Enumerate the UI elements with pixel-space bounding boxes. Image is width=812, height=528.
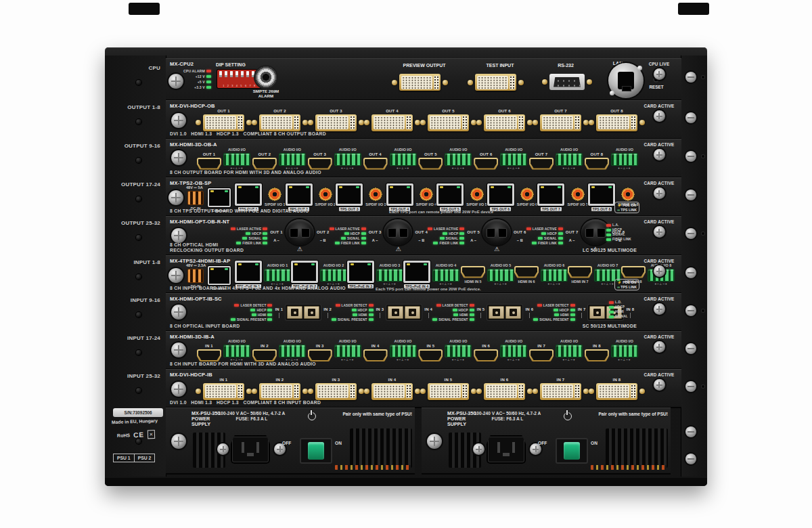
fiber-a-mark: A −: [569, 238, 575, 242]
card-active-label: CARD ACTIVE: [644, 334, 675, 339]
on-label: ON: [591, 441, 597, 445]
power-icon: [564, 412, 572, 420]
screw: [168, 268, 183, 283]
dvi-output-port: OUT 3: [308, 109, 364, 131]
led: [453, 309, 457, 311]
optical-input-group: LASER DETECT HDCP HDMI SIGNAL PRESENT IN…: [231, 298, 332, 328]
hexnut: [589, 120, 594, 125]
opticalcon-duo-connector: [286, 219, 314, 245]
audio-polarity-marks: +–⊥–+: [562, 359, 575, 361]
port-label: IN 1: [205, 344, 213, 348]
hdmi-output-port-group: OUT 6 AUDIO I/O+–⊥–+: [474, 148, 527, 170]
audio-phoenix-connector: [611, 345, 638, 357]
port-label: OUT 2: [273, 109, 286, 113]
audio-io-label: AUDIO I/O: [505, 148, 522, 152]
led: [459, 237, 464, 240]
led: [538, 237, 543, 240]
preview-output-label: PREVIEW OUTPUT: [389, 63, 459, 68]
port-label: IN 7: [537, 344, 545, 348]
screw: [685, 112, 696, 123]
audio-polarity-marks: +–⊥–+: [654, 283, 667, 286]
bracket-line: [428, 313, 429, 318]
hdmi-output-port-group: OUT 5 AUDIO I/O+–⊥–+: [418, 148, 472, 170]
dc-power-rating: 48V ⎓ 5A: [186, 185, 203, 190]
screw: [654, 379, 665, 391]
test-input-dvi-port: [468, 74, 524, 91]
led: [267, 309, 272, 311]
hexnut: [392, 80, 397, 85]
led: [336, 304, 340, 307]
screw: [136, 80, 141, 85]
optical-input-group: LASER DETECT HDCP HDMI SIGNAL PRESENT IN…: [432, 298, 533, 328]
power-switch[interactable]: [300, 438, 332, 464]
port-label: IN 5: [477, 307, 485, 311]
dvi-output-port: OUT 4: [364, 109, 420, 131]
hdmi-connector: [418, 158, 443, 170]
hdmi-connector: [252, 158, 277, 170]
hexnut: [589, 389, 594, 394]
audio-phoenix-connector: [334, 345, 361, 357]
screw: [171, 305, 186, 320]
led: [470, 313, 474, 316]
port-label: IN 4: [424, 307, 432, 311]
hdmi-input-port-group: IN 5 AUDIO I/O+–⊥–+: [418, 339, 472, 361]
optical-led-stack: LASER DETECT HDCP HDMI SIGNAL PRESENT: [231, 304, 272, 322]
dvi-input-port: IN 2: [252, 378, 308, 400]
audio-io-label: AUDIO I/O: [560, 339, 578, 343]
board-description: 8 CH OPTICAL INPUT BOARD: [170, 324, 240, 328]
spdif-rca-connector: [571, 188, 585, 201]
audio-io-label: AUDIO I/O: [616, 148, 633, 152]
screw: [136, 119, 141, 125]
bracket-line: [480, 313, 481, 318]
led: [433, 242, 438, 244]
screw: [136, 158, 141, 163]
led: [369, 309, 374, 311]
led: [231, 227, 235, 230]
hexnut: [420, 389, 426, 394]
rail-label-output-25-32: OUTPUT 25-32: [105, 220, 160, 226]
tps-rj45-connector: [487, 183, 514, 206]
link-icon: ∞: [617, 285, 620, 289]
hdmi-connector: [529, 158, 554, 170]
hexnut: [468, 80, 473, 85]
led: [606, 224, 611, 227]
optical-input-group: LASER DETECT HDCP HDMI SIGNAL PRESENT IN…: [332, 298, 432, 328]
hdmi-connector: [197, 349, 221, 361]
audio-phoenix-connector: [223, 153, 250, 166]
hexnut: [587, 79, 592, 85]
audio-phoenix-connector: [556, 153, 583, 166]
dvi-input-port: IN 7: [533, 378, 589, 400]
led: [570, 313, 575, 316]
port-label: OUT 4: [369, 152, 382, 156]
led: [263, 242, 267, 244]
psu-spec: 100-240 V AC~ 50/60 Hz, 4.7-2 AFUSE: F6.…: [464, 411, 551, 422]
tps-spdif-pair: TPS OUT 4 S/PDIF I/O 4: [386, 183, 437, 211]
hexnut: [246, 120, 252, 125]
dvi-connector: [371, 383, 413, 400]
power-switch[interactable]: [556, 438, 588, 464]
dip-numbers: 1 2 3 4 5 6 7 8: [219, 84, 260, 87]
hdmi-connector: [308, 349, 332, 361]
audio-io-label: AUDIO I/O: [394, 339, 412, 343]
tps-rj45-connector: [235, 183, 262, 206]
psu2-tag: PSU 2: [135, 454, 156, 462]
dvi-input-port: IN 4: [364, 378, 420, 400]
spdif-rca-connector: [319, 188, 332, 201]
hexnut: [476, 120, 482, 125]
led: [558, 237, 563, 240]
card-active-label: CARD ACTIVE: [644, 259, 675, 263]
audio-phoenix-connector: [500, 153, 527, 166]
power-icon: [308, 412, 316, 420]
hdmi-output-port-group: OUT 2 AUDIO I/O+–⊥–+: [252, 148, 306, 170]
port-label: IN 4: [371, 344, 380, 348]
led: [352, 309, 357, 311]
hdmi-connector: [585, 158, 609, 170]
card-active-label: CARD ACTIVE: [644, 142, 675, 147]
serial-number-sticker: S/N:73092506: [113, 408, 163, 417]
spdif-rca-connector: [369, 188, 382, 201]
audio-polarity-marks: +–⊥–+: [452, 359, 465, 361]
dvi-connector: [203, 114, 244, 131]
psu-module-2: MX-PSU-350POWERSUPPLY 100-240 V AC~ 50/6…: [422, 408, 671, 475]
hdmi-connector: [461, 266, 485, 278]
internal-wiring: [335, 465, 411, 470]
